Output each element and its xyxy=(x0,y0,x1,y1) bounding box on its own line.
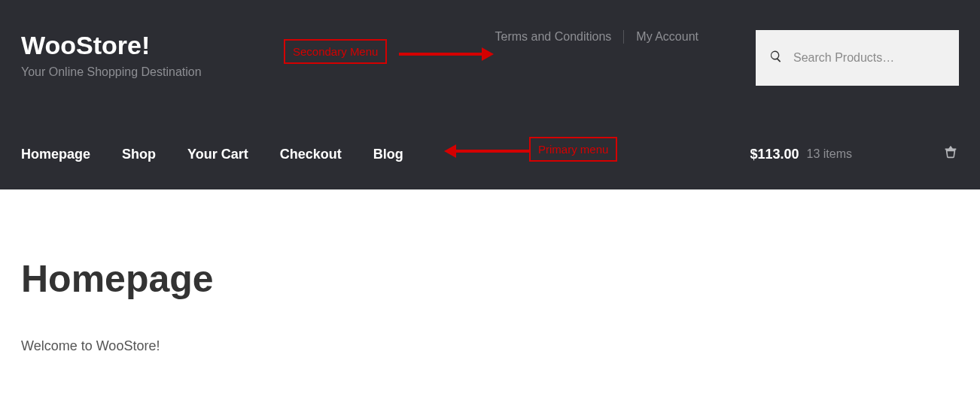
annotation-arrow-primary xyxy=(456,150,529,153)
secondary-menu: Terms and Conditions My Account xyxy=(483,30,711,44)
annotation-primary-menu: Primary menu xyxy=(529,137,617,162)
search-input[interactable] xyxy=(793,51,945,65)
primary-link-checkout[interactable]: Checkout xyxy=(280,147,342,162)
brand-block: WooStore! Your Online Shopping Destinati… xyxy=(21,30,202,79)
cart-item-count: 13 items xyxy=(807,147,852,161)
annotation-arrow-secondary xyxy=(399,53,482,56)
basket-icon xyxy=(942,144,959,164)
header-nav-row: Homepage Shop Your Cart Checkout Blog Pr… xyxy=(0,123,980,189)
site-tagline: Your Online Shopping Destination xyxy=(21,65,202,79)
search-box[interactable] xyxy=(756,30,959,86)
page-title: Homepage xyxy=(21,257,959,301)
site-header: WooStore! Your Online Shopping Destinati… xyxy=(0,0,980,189)
primary-link-shop[interactable]: Shop xyxy=(122,147,156,162)
primary-link-blog[interactable]: Blog xyxy=(373,147,403,162)
secondary-link-terms[interactable]: Terms and Conditions xyxy=(483,31,624,43)
cart-total: $113.00 xyxy=(750,147,799,162)
header-top-row: WooStore! Your Online Shopping Destinati… xyxy=(0,0,980,123)
secondary-link-account[interactable]: My Account xyxy=(624,31,711,43)
primary-menu: Homepage Shop Your Cart Checkout Blog xyxy=(21,147,403,162)
primary-link-homepage[interactable]: Homepage xyxy=(21,147,90,162)
page-content: Homepage Welcome to WooStore! xyxy=(0,189,980,384)
page-welcome-text: Welcome to WooStore! xyxy=(21,338,959,354)
search-icon xyxy=(769,50,783,66)
annotation-secondary-menu: Secondary Menu xyxy=(284,39,387,64)
annotation-arrowhead-secondary xyxy=(482,47,494,61)
primary-link-cart[interactable]: Your Cart xyxy=(187,147,248,162)
cart-summary[interactable]: $113.00 13 items xyxy=(750,144,959,164)
site-title[interactable]: WooStore! xyxy=(21,30,202,61)
annotation-arrowhead-primary xyxy=(444,144,456,158)
